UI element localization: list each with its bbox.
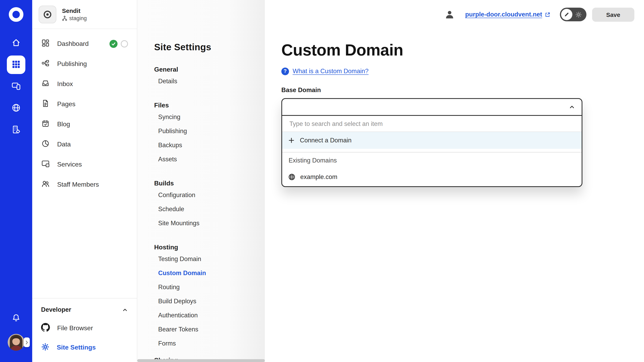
publishing-flow-icon [41, 59, 50, 69]
page-title: Custom Domain [281, 40, 644, 59]
gear-icon [41, 343, 50, 353]
pages-icon [41, 99, 50, 109]
nav-item-services[interactable]: Services [32, 154, 137, 175]
section-heading-files: Files [154, 101, 265, 110]
domain-option-label: example.com [300, 173, 337, 181]
nav-item-blog[interactable]: Blog [32, 114, 137, 134]
chevron-right-icon [25, 340, 28, 345]
settings-item-forms[interactable]: Forms [154, 336, 265, 350]
chevron-up-icon[interactable] [569, 104, 575, 110]
app-rail [0, 0, 32, 362]
avatar-photo [8, 334, 24, 351]
account-button[interactable] [444, 9, 455, 20]
nav-item-staff-members[interactable]: Staff Members [32, 175, 137, 195]
chevron-up-icon [122, 307, 128, 313]
settings-item-bearer-tokens[interactable]: Bearer Tokens [154, 322, 265, 336]
settings-title: Site Settings [154, 42, 265, 52]
user-avatar[interactable] [8, 334, 24, 351]
combobox-control[interactable] [282, 99, 582, 116]
dashboard-icon [41, 39, 50, 49]
toggle-knob [561, 9, 572, 20]
settings-item-routing[interactable]: Routing [154, 280, 265, 294]
settings-item-details[interactable]: Details [154, 74, 265, 88]
nav-item-label: Staff Members [57, 181, 99, 188]
site-logo-icon [39, 5, 56, 23]
settings-item-syncing[interactable]: Syncing [154, 110, 265, 124]
save-button[interactable]: Save [592, 7, 634, 21]
connect-domain-label: Connect a Domain [300, 137, 352, 144]
topbar: purple-door.cloudvent.net Save [265, 0, 644, 29]
settings-item-publishing[interactable]: Publishing [154, 124, 265, 138]
nav-item-label: Data [57, 141, 71, 148]
settings-item-custom-domain[interactable]: Custom Domain [154, 266, 265, 280]
toggle-gear-icon [575, 11, 582, 18]
rail-org-settings-button[interactable] [7, 121, 25, 139]
nav-item-label: Inbox [57, 80, 73, 88]
combobox-search-row [282, 116, 582, 132]
nav-item-file-browser[interactable]: File Browser [32, 319, 137, 338]
section-heading-general: General [154, 65, 265, 74]
plus-icon [288, 137, 295, 144]
settings-sidebar: Site Settings General Details Files Sync… [137, 0, 265, 362]
services-icon [41, 159, 50, 170]
nav-item-pages[interactable]: Pages [32, 94, 137, 114]
settings-item-assets[interactable]: Assets [154, 152, 265, 166]
organization-icon [11, 124, 21, 135]
settings-item-backups[interactable]: Backups [154, 138, 265, 152]
nav-item-label: Pages [57, 100, 76, 108]
nav-item-label: File Browser [57, 325, 93, 332]
help-row: ? What is a Custom Domain? [281, 67, 644, 76]
help-link[interactable]: What is a Custom Domain? [292, 67, 368, 75]
status-check-icon [110, 40, 118, 48]
developer-toggle[interactable]: Developer [32, 301, 137, 319]
site-name: Sendit [62, 7, 87, 14]
globe-icon [11, 103, 21, 114]
nav-item-label: Blog [57, 121, 70, 128]
staff-members-icon [41, 179, 50, 190]
nav-item-inbox[interactable]: Inbox [32, 74, 137, 94]
edit-settings-toggle[interactable] [560, 8, 586, 21]
rail-apps-button[interactable] [7, 55, 25, 74]
nav-item-site-settings[interactable]: Site Settings [32, 338, 137, 357]
base-domain-label: Base Domain [281, 86, 644, 94]
bell-icon [11, 313, 21, 324]
section-heading-hosting: Hosting [154, 243, 265, 252]
help-icon: ? [281, 67, 289, 75]
live-site-link[interactable]: purple-door.cloudvent.net [465, 11, 550, 18]
rail-devices-button[interactable] [7, 77, 25, 96]
github-icon [41, 323, 50, 334]
settings-sidebar-scrollbar[interactable] [137, 359, 265, 362]
rail-globe-button[interactable] [7, 99, 25, 117]
external-link-icon [545, 12, 550, 17]
inbox-icon [41, 79, 50, 89]
dashboard-status-indicators [110, 40, 128, 48]
rail-notifications-button[interactable] [7, 309, 25, 328]
home-icon [11, 38, 21, 48]
settings-item-testing-domain[interactable]: Testing Domain [154, 252, 265, 266]
devices-icon [11, 81, 21, 92]
settings-item-schedule[interactable]: Schedule [154, 202, 265, 216]
nav-item-label: Publishing [57, 60, 87, 67]
search-input[interactable] [288, 120, 575, 128]
domain-option-example-com[interactable]: example.com [282, 169, 582, 185]
settings-item-authentication[interactable]: Authentication [154, 308, 265, 322]
main-content: purple-door.cloudvent.net Save Custom Do… [265, 0, 644, 362]
rail-home-button[interactable] [7, 34, 25, 52]
environment-label: staging [69, 15, 87, 21]
settings-item-site-mountings[interactable]: Site Mountings [154, 216, 265, 230]
nav-item-publishing[interactable]: Publishing [32, 54, 137, 74]
nav-item-data[interactable]: Data [32, 134, 137, 154]
site-header: Sendit staging [32, 0, 137, 29]
connect-domain-option[interactable]: Connect a Domain [282, 132, 582, 149]
nav-item-dashboard[interactable]: Dashboard [32, 34, 137, 54]
settings-item-configuration[interactable]: Configuration [154, 188, 265, 202]
globe-icon [288, 173, 296, 181]
settings-item-build-deploys[interactable]: Build Deploys [154, 294, 265, 308]
site-meta: Sendit staging [62, 7, 87, 21]
branch-icon [62, 16, 67, 21]
section-heading-builds: Builds [154, 179, 265, 188]
avatar-expand-handle[interactable] [24, 338, 30, 347]
base-domain-input[interactable] [288, 103, 569, 111]
custom-domain-page: Custom Domain ? What is a Custom Domain?… [265, 29, 644, 187]
site-sidebar: Sendit staging Dashboard [32, 0, 137, 362]
